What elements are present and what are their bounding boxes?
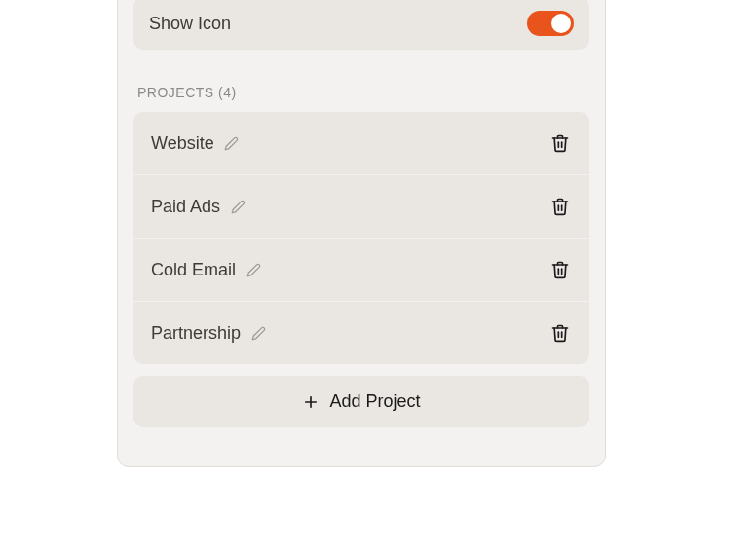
add-project-label: Add Project <box>329 391 420 412</box>
project-list: Website <box>133 112 589 364</box>
project-row: Website <box>133 112 589 175</box>
trash-icon[interactable] <box>548 131 572 155</box>
project-name: Website <box>151 133 214 154</box>
add-project-button[interactable]: Add Project <box>133 376 589 427</box>
project-row: Paid Ads <box>133 175 589 239</box>
trash-icon[interactable] <box>548 321 572 345</box>
show-icon-label: Show Icon <box>149 14 231 34</box>
outer-container: Show Icon PROJECTS (4) Website <box>0 0 756 551</box>
trash-icon[interactable] <box>548 195 572 218</box>
projects-section-label: PROJECTS (4) <box>137 85 589 100</box>
toggle-knob <box>551 14 571 33</box>
project-row-left: Website <box>151 133 240 154</box>
project-name: Partnership <box>151 323 241 344</box>
plus-icon <box>302 393 320 411</box>
project-row-left: Cold Email <box>151 260 261 280</box>
edit-icon[interactable] <box>230 199 246 214</box>
trash-icon[interactable] <box>548 258 572 281</box>
settings-panel: Show Icon PROJECTS (4) Website <box>117 0 606 467</box>
project-row-left: Paid Ads <box>151 197 246 217</box>
project-name: Cold Email <box>151 260 236 280</box>
project-name: Paid Ads <box>151 197 220 217</box>
project-row: Cold Email <box>133 239 589 302</box>
edit-icon[interactable] <box>246 262 261 277</box>
edit-icon[interactable] <box>250 325 266 341</box>
project-row: Partnership <box>133 302 589 364</box>
show-icon-toggle[interactable] <box>527 11 574 36</box>
project-row-left: Partnership <box>151 323 266 344</box>
edit-icon[interactable] <box>224 135 240 151</box>
show-icon-row: Show Icon <box>133 0 589 50</box>
